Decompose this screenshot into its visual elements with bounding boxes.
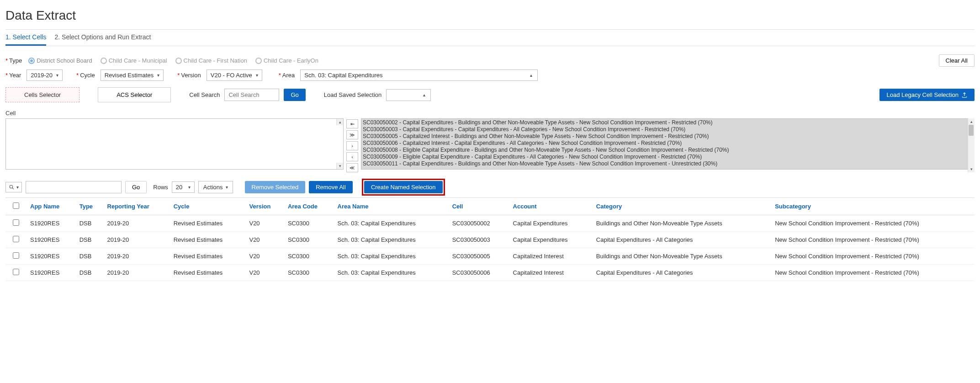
table-search-input[interactable] bbox=[26, 181, 122, 193]
load-saved-toggle[interactable]: ▴ bbox=[418, 89, 431, 101]
clear-all-button[interactable]: Clear All bbox=[939, 54, 975, 67]
scroll-up-icon[interactable]: ▴ bbox=[336, 119, 343, 125]
column-header[interactable]: Version bbox=[245, 198, 284, 215]
highlight-box: Create Named Selection bbox=[362, 179, 445, 196]
table-go-button[interactable]: Go bbox=[125, 181, 147, 193]
table-row: S1920RESDSB2019-20Revised EstimatesV20SC… bbox=[5, 215, 975, 232]
select-all-checkbox[interactable] bbox=[13, 202, 19, 209]
list-item[interactable]: SC030050008 - Eligible Capital Expenditu… bbox=[363, 147, 973, 154]
table-cell: Buildings and Other Non-Moveable Type As… bbox=[593, 215, 771, 232]
load-legacy-label: Load Legacy Cell Selection bbox=[886, 91, 959, 98]
scroll-up-icon[interactable]: ▴ bbox=[968, 118, 975, 125]
table-cell: Sch. 03: Capital Expenditures bbox=[334, 215, 449, 232]
list-item[interactable]: SC030050011 - Capital Expenditures - Bui… bbox=[363, 160, 973, 167]
table-cell: DSB bbox=[76, 215, 104, 232]
create-named-selection-button[interactable]: Create Named Selection bbox=[364, 181, 443, 193]
column-header[interactable]: Cycle bbox=[170, 198, 246, 215]
table-search-button[interactable]: ▾ bbox=[5, 182, 22, 192]
version-select[interactable]: V20 - FO Active▾ bbox=[207, 69, 262, 81]
radio-dot-icon bbox=[175, 58, 182, 64]
svg-point-0 bbox=[10, 185, 13, 188]
table-cell: SC0300 bbox=[284, 232, 334, 248]
tab-select-options[interactable]: 2. Select Options and Run Extract bbox=[54, 30, 151, 46]
radio-label: District School Board bbox=[37, 57, 92, 64]
acs-selector-button[interactable]: ACS Selector bbox=[98, 87, 171, 102]
column-header[interactable]: Subcategory bbox=[771, 198, 975, 215]
cell-left-listbox[interactable]: ▴ ▾ bbox=[5, 118, 344, 170]
cycle-label: Cycle bbox=[76, 72, 95, 79]
list-item[interactable]: SC030050003 - Capital Expenditures - Cap… bbox=[363, 126, 973, 133]
table-cell: Buildings and Other Non-Moveable Type As… bbox=[593, 248, 771, 265]
radio-ccm[interactable]: Child Care - Municipal bbox=[101, 57, 167, 64]
move-left-button[interactable]: ≪ bbox=[346, 163, 358, 172]
row-checkbox[interactable] bbox=[13, 219, 19, 226]
cells-selector-button[interactable]: Cells Selector bbox=[5, 87, 79, 102]
cell-right-listbox[interactable]: SC030050002 - Capital Expenditures - Bui… bbox=[361, 118, 975, 170]
list-item[interactable]: SC030050005 - Capitalized Interest - Bui… bbox=[363, 133, 973, 140]
column-header[interactable]: Area Code bbox=[284, 198, 334, 215]
load-legacy-button[interactable]: Load Legacy Cell Selection bbox=[879, 89, 975, 101]
column-header bbox=[5, 198, 26, 215]
chevron-up-icon: ▴ bbox=[530, 73, 532, 78]
table-cell: Revised Estimates bbox=[170, 232, 246, 248]
table-cell: 2019-20 bbox=[104, 215, 170, 232]
table-cell: Capitalized Interest bbox=[509, 265, 593, 281]
radio-label: Child Care - EarlyOn bbox=[264, 57, 318, 64]
list-item[interactable]: SC030050006 - Capitalized Interest - Cap… bbox=[363, 140, 973, 147]
column-header[interactable]: App Name bbox=[26, 198, 76, 215]
column-header[interactable]: Area Name bbox=[334, 198, 449, 215]
table-cell: SC030050005 bbox=[449, 248, 509, 265]
cell-search-go-button[interactable]: Go bbox=[284, 89, 305, 101]
results-table: App NameTypeReporting YearCycleVersionAr… bbox=[5, 197, 975, 281]
cell-search-input[interactable] bbox=[224, 89, 279, 101]
scroll-down-icon[interactable]: ▾ bbox=[336, 163, 343, 169]
table-cell: DSB bbox=[76, 265, 104, 281]
table-cell: Capital Expenditures - All Categories bbox=[593, 265, 771, 281]
column-header[interactable]: Type bbox=[76, 198, 104, 215]
search-icon bbox=[9, 184, 15, 190]
scrollbar-thumb[interactable] bbox=[969, 125, 974, 136]
table-cell: SC030050003 bbox=[449, 232, 509, 248]
row-checkbox[interactable] bbox=[13, 269, 19, 275]
radio-dot-icon bbox=[28, 58, 35, 64]
column-header[interactable]: Account bbox=[509, 198, 593, 215]
column-header[interactable]: Reporting Year bbox=[104, 198, 170, 215]
scroll-down-icon[interactable]: ▾ bbox=[968, 166, 975, 172]
cycle-select[interactable]: Revised Estimates▾ bbox=[101, 69, 164, 81]
radio-dsb[interactable]: District School Board bbox=[28, 57, 92, 64]
table-cell: S1920RES bbox=[26, 215, 76, 232]
radio-ccfn[interactable]: Child Care - First Nation bbox=[175, 57, 247, 64]
chevron-down-icon: ▾ bbox=[56, 73, 58, 78]
move-right-button[interactable]: ≫ bbox=[346, 130, 358, 139]
year-select[interactable]: 2019-20▾ bbox=[26, 69, 63, 81]
table-cell: SC0300 bbox=[284, 215, 334, 232]
area-select[interactable]: Sch. 03: Capital Expenditures bbox=[300, 69, 525, 81]
list-item[interactable]: SC030050002 - Capital Expenditures - Bui… bbox=[363, 119, 973, 126]
column-header[interactable]: Cell bbox=[449, 198, 509, 215]
tab-select-cells[interactable]: 1. Select Cells bbox=[5, 30, 46, 46]
radio-cce[interactable]: Child Care - EarlyOn bbox=[255, 57, 318, 64]
load-saved-select[interactable] bbox=[386, 89, 418, 101]
actions-menu-button[interactable]: Actions▾ bbox=[198, 181, 233, 193]
list-item[interactable]: SC030050009 - Eligible Capital Expenditu… bbox=[363, 154, 973, 160]
chevron-down-icon: ▾ bbox=[256, 73, 258, 78]
move-one-left-button[interactable]: ‹ bbox=[346, 152, 358, 161]
column-header[interactable]: Category bbox=[593, 198, 771, 215]
move-one-right-button[interactable]: › bbox=[346, 141, 358, 150]
table-cell bbox=[5, 215, 26, 232]
row-checkbox[interactable] bbox=[13, 236, 19, 242]
area-label: Area bbox=[279, 72, 295, 79]
radio-label: Child Care - Municipal bbox=[109, 57, 167, 64]
move-all-left-button[interactable]: ⇤ bbox=[346, 119, 358, 128]
area-toggle-button[interactable]: ▴ bbox=[525, 69, 538, 81]
chevron-down-icon: ▾ bbox=[16, 185, 19, 190]
row-checkbox[interactable] bbox=[13, 252, 19, 259]
cell-search-label: Cell Search bbox=[189, 91, 220, 98]
radio-dot-icon bbox=[255, 58, 262, 64]
remove-selected-button[interactable]: Remove Selected bbox=[245, 181, 306, 193]
chevron-down-icon: ▾ bbox=[226, 185, 228, 190]
rows-select[interactable]: 20▾ bbox=[172, 181, 195, 193]
table-cell: New School Condition Improvement - Restr… bbox=[771, 248, 975, 265]
remove-all-button[interactable]: Remove All bbox=[309, 181, 353, 193]
table-cell: Sch. 03: Capital Expenditures bbox=[334, 265, 449, 281]
